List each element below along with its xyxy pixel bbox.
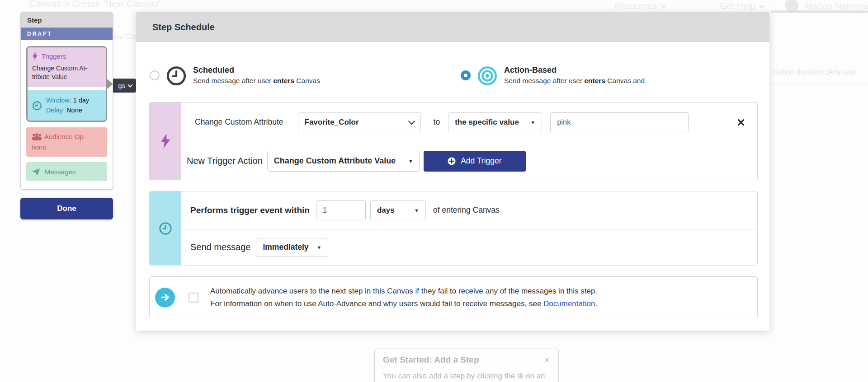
chevron-down-icon bbox=[408, 118, 415, 125]
send-message-row: Send message immediately ▼ bbox=[181, 229, 757, 265]
trigger-box-accent-bar bbox=[150, 102, 181, 180]
step-schedule-modal: Step Schedule Scheduled Send message aft… bbox=[136, 12, 769, 331]
get-started-body: You can also add a step by clicking the … bbox=[383, 371, 550, 381]
triangle-down-icon: ▼ bbox=[317, 245, 322, 250]
send-message-label: Send message bbox=[190, 242, 250, 252]
arrow-right-icon bbox=[155, 288, 175, 307]
documentation-link[interactable]: Documentation bbox=[543, 299, 595, 308]
auto-advance-text: Automatically advance users to the next … bbox=[210, 285, 597, 310]
card-pointer-arrow bbox=[107, 79, 113, 89]
send-icon bbox=[32, 167, 41, 176]
canvas-step-schedule-screen: Canvas > Create 'New Canvas' Resources G… bbox=[0, 0, 868, 382]
chevron-down-icon bbox=[759, 2, 765, 8]
trigger-row: Change Custom Attribute Favorite_Color t… bbox=[181, 102, 757, 142]
divider bbox=[769, 84, 868, 84]
window-label: Window: bbox=[46, 97, 71, 104]
chevron-down-icon bbox=[661, 2, 667, 8]
clock-icon bbox=[32, 101, 42, 111]
delay-value: None bbox=[66, 107, 82, 114]
sidebar-item-messages[interactable]: Messages bbox=[26, 162, 107, 181]
action-based-option: Action-Based Send message after user ent… bbox=[461, 65, 645, 86]
send-delay-select[interactable]: immediately ▼ bbox=[256, 238, 328, 257]
delay-label: Delay: bbox=[46, 107, 65, 114]
duration-unit-select[interactable]: days ▼ bbox=[370, 200, 426, 220]
trigger-window-row: Performs trigger event within days ▼ of … bbox=[181, 191, 757, 229]
triggers-label: Triggers bbox=[42, 52, 66, 60]
scheduled-option: Scheduled Send message after user enters… bbox=[150, 65, 320, 86]
action-based-description: Send message after user enters Canvas an… bbox=[504, 77, 645, 85]
breadcrumb: Canvas > Create 'New Canvas' bbox=[29, 0, 160, 9]
chevron-down-icon bbox=[127, 82, 132, 87]
remove-trigger-button[interactable] bbox=[737, 119, 745, 126]
performs-within-label: Performs trigger event within bbox=[190, 205, 310, 215]
new-trigger-row: New Trigger Action Change Custom Attribu… bbox=[181, 142, 757, 180]
scheduled-radio[interactable] bbox=[150, 70, 160, 80]
background-text-fragment: nation duration (Any app bbox=[774, 68, 855, 76]
new-trigger-action-label: New Trigger Action bbox=[187, 156, 263, 166]
trigger-description: Change Custom At- tribute Value bbox=[32, 64, 101, 81]
get-started-popup: Get Started: Add a Step ✕ You can also a… bbox=[374, 349, 559, 382]
specific-value-input[interactable] bbox=[550, 112, 689, 132]
window-section[interactable]: Window: 1 day Delay: None bbox=[28, 90, 106, 121]
lightning-icon bbox=[32, 52, 38, 61]
divider bbox=[28, 87, 106, 90]
step-sidebar: Step DRAFT Triggers Change Custom At- tr… bbox=[20, 12, 113, 190]
done-button[interactable]: Done bbox=[20, 198, 113, 219]
nav-resources[interactable]: Resources bbox=[614, 1, 666, 11]
selected-step-card[interactable]: Triggers Change Custom At- tribute Value… bbox=[26, 46, 107, 122]
scheduled-title: Scheduled bbox=[193, 65, 320, 75]
attribute-select[interactable]: Favorite_Color bbox=[298, 112, 421, 132]
window-value: 1 day bbox=[73, 97, 89, 104]
page-title-fragment: ew Ca bbox=[112, 32, 136, 42]
scheduled-description: Send message after user enters Canvas bbox=[193, 77, 320, 85]
modal-title: Step Schedule bbox=[136, 12, 769, 42]
triggers-section[interactable]: Triggers Change Custom At- tribute Value bbox=[28, 47, 106, 87]
sidebar-title: Step bbox=[21, 13, 113, 28]
get-started-title: Get Started: Add a Step bbox=[383, 355, 479, 365]
users-icon bbox=[32, 133, 42, 140]
window-duration-input[interactable] bbox=[316, 200, 366, 220]
triangle-down-icon: ▼ bbox=[414, 208, 419, 213]
to-label: to bbox=[434, 117, 440, 127]
timing-config-box: Performs trigger event within days ▼ of … bbox=[149, 191, 758, 266]
background-toolbar-edge bbox=[771, 10, 868, 13]
nav-get-help[interactable]: Get Help bbox=[720, 1, 764, 11]
auto-advance-box: Automatically advance users to the next … bbox=[149, 276, 758, 318]
add-trigger-button[interactable]: Add Trigger bbox=[424, 151, 526, 172]
messages-label: Messages bbox=[45, 168, 75, 176]
status-badge: DRAFT bbox=[21, 28, 113, 40]
trigger-action-select[interactable]: Change Custom Attribute Value ▼ bbox=[267, 151, 420, 172]
trigger-config-box: Change Custom Attribute Favorite_Color t… bbox=[149, 102, 758, 180]
of-entering-canvas-label: of entering Canvas bbox=[433, 205, 500, 215]
sidebar-item-audience-options[interactable]: Audience Op- tions bbox=[26, 127, 107, 157]
close-icon bbox=[737, 119, 745, 126]
timing-box-accent-bar bbox=[150, 191, 181, 265]
plus-circle-icon bbox=[448, 157, 456, 165]
lightning-icon bbox=[161, 134, 170, 149]
triangle-down-icon: ▼ bbox=[530, 120, 535, 125]
auto-advance-checkbox[interactable] bbox=[189, 293, 198, 303]
clock-icon bbox=[166, 65, 187, 86]
trigger-row-label: Change Custom Attribute bbox=[195, 117, 283, 127]
action-based-radio[interactable] bbox=[461, 70, 471, 80]
close-icon[interactable]: ✕ bbox=[544, 356, 550, 364]
triangle-down-icon: ▼ bbox=[408, 158, 413, 164]
clock-icon bbox=[159, 222, 172, 235]
target-icon bbox=[477, 65, 498, 86]
comparator-select[interactable]: the specific value ▼ bbox=[448, 112, 542, 132]
action-based-title: Action-Based bbox=[504, 65, 645, 75]
